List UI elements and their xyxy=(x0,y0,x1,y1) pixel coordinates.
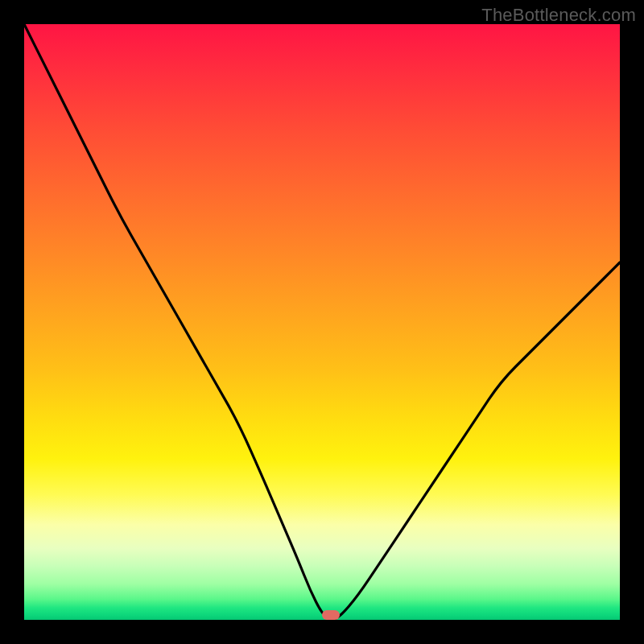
chart-frame: TheBottleneck.com xyxy=(0,0,644,644)
curve-path xyxy=(24,24,620,619)
plot-area xyxy=(24,24,620,620)
optimal-marker xyxy=(322,610,340,620)
watermark-text: TheBottleneck.com xyxy=(481,5,636,26)
bottleneck-curve xyxy=(24,24,620,620)
